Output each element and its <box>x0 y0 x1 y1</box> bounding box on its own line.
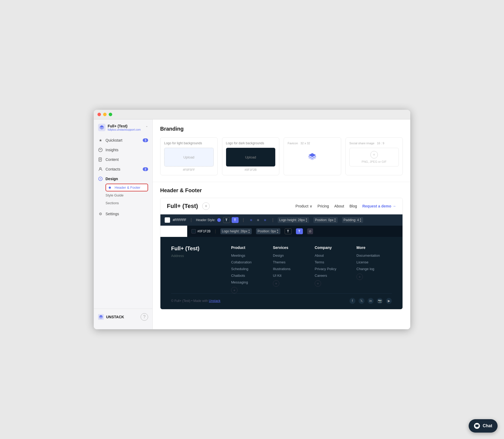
sidebar-item-content[interactable]: Content <box>94 155 152 164</box>
footer-col-item[interactable]: UI Kit <box>273 274 308 278</box>
sidebar-footer: UNSTACK ? <box>94 309 152 325</box>
footer-col-item[interactable]: Change log <box>356 267 392 271</box>
sidebar-subitem-label: Sections <box>106 201 119 205</box>
footer-color-swatch[interactable] <box>191 229 196 233</box>
header-add-button[interactable]: + <box>202 202 210 210</box>
align-center-btn[interactable]: ≡ <box>255 217 261 223</box>
sidebar-nav: ★ Quickstart 3 Insights <box>94 135 152 309</box>
header-footer-title: Header & Footer <box>153 182 410 198</box>
footer-col-item[interactable]: Themes <box>273 260 308 264</box>
footer-col-item[interactable]: Careers <box>315 274 350 278</box>
footer-style-btn1[interactable]: T <box>285 228 292 234</box>
footer-col-item[interactable]: Terms <box>315 260 350 264</box>
footer-add-item-btn[interactable]: + <box>315 280 321 287</box>
align-buttons: ≡ ≡ ≡ <box>248 217 268 223</box>
close-button[interactable] <box>97 113 101 116</box>
gear-icon: ⚙ <box>98 211 103 216</box>
footer-col-item[interactable]: Design <box>273 253 308 258</box>
footer-add-item-btn[interactable]: + <box>356 274 363 280</box>
logo-dark-upload[interactable]: Upload <box>226 148 276 166</box>
minimize-button[interactable] <box>103 113 107 116</box>
social-icons: f 𝕏 in 📷 ▶ <box>349 298 392 304</box>
footer-style-btn3[interactable]: ⊘ <box>307 228 313 234</box>
footer-col-item[interactable]: License <box>356 260 392 264</box>
sidebar-subitem-label: Header & Footer <box>115 186 140 190</box>
sidebar-item-quickstart[interactable]: ★ Quickstart 3 <box>94 135 152 145</box>
add-social-icon[interactable]: + <box>370 151 378 158</box>
linkedin-icon[interactable]: in <box>368 298 374 304</box>
sidebar-header: Full+ (Test) fullplus.unstacksupport.com… <box>94 124 152 135</box>
help-button[interactable]: ? <box>141 313 148 321</box>
social-share-upload[interactable]: + PNG, JPEG or GIF <box>349 148 399 166</box>
sidebar-item-label: Design <box>106 177 118 181</box>
header-nav: Product ∨ Pricing About Blog <box>295 204 396 208</box>
unstack-link[interactable]: Unstack <box>209 299 220 303</box>
nav-item-left: Content <box>98 157 119 162</box>
padding-stepper[interactable]: Padding: 4 ▲▼ <box>342 217 363 223</box>
chat-button[interactable]: Chat <box>469 419 498 433</box>
sidebar-item-contacts[interactable]: Contacts 2 <box>94 164 152 174</box>
nav-label: Pricing <box>318 204 329 208</box>
header-color-swatch[interactable] <box>165 217 170 223</box>
nav-item-left: Insights <box>98 147 118 152</box>
header-style-light-radio[interactable] <box>217 218 221 222</box>
facebook-icon[interactable]: f <box>349 298 355 304</box>
stepper-arrows[interactable]: ▲▼ <box>248 229 250 234</box>
sidebar-item-settings[interactable]: ⚙ Settings <box>94 209 152 219</box>
footer-col-item[interactable]: Documentation <box>356 253 392 258</box>
youtube-icon[interactable]: ▶ <box>386 298 392 304</box>
header-nav-blog[interactable]: Blog <box>349 204 357 208</box>
footer-col-item[interactable]: About <box>315 253 350 258</box>
header-style-alt-btn[interactable]: T <box>232 217 239 223</box>
nav-item-left: Contacts <box>98 167 120 172</box>
dropdown-chevron: ∨ <box>310 204 312 208</box>
header-style-group: Header Style: T T <box>196 217 239 223</box>
svg-point-6 <box>100 168 101 169</box>
footer-brand-column: Full+ (Test) Address <box>171 245 225 293</box>
footer-col-item[interactable]: Illustrations <box>273 267 308 271</box>
header-cta[interactable]: Request a demo → <box>362 204 396 208</box>
twitter-icon[interactable]: 𝕏 <box>359 298 364 304</box>
align-left-btn[interactable]: ≡ <box>248 217 254 223</box>
footer-preview: Full+ (Test) Address Product Meetings Co… <box>160 237 403 309</box>
header-nav-product[interactable]: Product ∨ <box>295 204 312 208</box>
logo-light-label: Logo for light backgrounds <box>164 141 214 145</box>
footer-logo-height-label: Logo height: 28px <box>222 229 247 233</box>
align-right-btn[interactable]: ≡ <box>262 217 268 223</box>
footer-col-item[interactable]: Scheduling <box>231 267 266 271</box>
nav-label: Blog <box>349 204 357 208</box>
stepper-arrows[interactable]: ▲▼ <box>305 218 307 222</box>
footer-col-item[interactable]: Messaging <box>231 280 266 284</box>
footer-position-stepper[interactable]: Position: 0px ▲▼ <box>256 228 280 234</box>
logo-light-upload[interactable]: Upload <box>164 148 214 166</box>
sidebar-item-insights[interactable]: Insights <box>94 145 152 155</box>
sidebar-item-style-guide[interactable]: Style Guide <box>106 191 152 199</box>
footer-add-item-btn[interactable]: + <box>273 280 279 287</box>
sidebar-item-header-footer[interactable]: Header & Footer <box>106 184 148 191</box>
header-nav-pricing[interactable]: Pricing <box>318 204 329 208</box>
footer-col-item[interactable]: Chatbots <box>231 274 266 278</box>
stepper-arrows[interactable]: ▲▼ <box>334 218 336 222</box>
instagram-icon[interactable]: 📷 <box>377 298 383 304</box>
branding-section: Branding Logo for light backgrounds Uplo… <box>153 119 410 182</box>
design-icon <box>98 176 103 181</box>
stepper-arrows[interactable]: ▲▼ <box>277 229 279 234</box>
footer-col-item[interactable]: Collaboration <box>231 260 266 264</box>
stepper-arrows[interactable]: ▲▼ <box>359 218 362 222</box>
sidebar-brand[interactable]: Full+ (Test) fullplus.unstacksupport.com <box>98 124 141 131</box>
chevron-icon[interactable]: ⌃ <box>145 126 148 129</box>
footer-col-item[interactable]: Meetings <box>231 253 266 258</box>
sidebar-item-label: Content <box>106 157 119 162</box>
sidebar-item-sections[interactable]: Sections <box>106 199 152 207</box>
position-stepper[interactable]: Position: 0px ▲▼ <box>313 217 338 223</box>
footer-col-item[interactable]: Privacy Policy <box>315 267 350 271</box>
footer-logo-height-stepper[interactable]: Logo height: 28px ▲▼ <box>220 228 252 234</box>
header-style-label: Header Style: <box>196 218 216 222</box>
footer-style-btn2[interactable]: T <box>296 228 303 234</box>
logo-height-stepper[interactable]: Logo height: 28px ▲▼ <box>278 217 309 223</box>
header-nav-about[interactable]: About <box>334 204 344 208</box>
maximize-button[interactable] <box>109 113 112 116</box>
footer-add-item-btn[interactable]: + <box>231 287 238 293</box>
sidebar-item-design[interactable]: Design <box>94 174 152 184</box>
header-style-bold-btn[interactable]: T <box>223 217 230 223</box>
